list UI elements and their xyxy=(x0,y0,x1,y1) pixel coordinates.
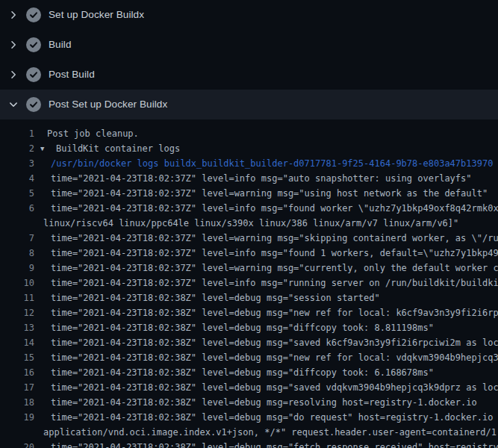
step-header-set-up-docker-buildx[interactable]: Set up Docker Buildx xyxy=(0,0,498,30)
log-line: 20 time="2021-04-23T18:02:38Z" level=deb… xyxy=(0,440,498,448)
log-line: 12 time="2021-04-23T18:02:38Z" level=deb… xyxy=(0,305,498,320)
log-line-text: time="2021-04-23T18:02:37Z" level=warnin… xyxy=(51,261,498,276)
log-output: 1 Post job cleanup. 2 ▼BuildKit containe… xyxy=(0,119,498,448)
log-line: 6 time="2021-04-23T18:02:37Z" level=info… xyxy=(0,201,498,216)
log-line-text: time="2021-04-23T18:02:37Z" level=info m… xyxy=(51,171,472,186)
log-line: 8 time="2021-04-23T18:02:37Z" level=info… xyxy=(0,246,498,261)
step-title: Post Build xyxy=(49,67,95,82)
log-line-number[interactable]: 12 xyxy=(0,305,34,320)
log-line-number[interactable]: 13 xyxy=(0,320,34,335)
group-expanded-icon[interactable]: ▼ xyxy=(40,141,56,156)
log-line-number[interactable]: 14 xyxy=(0,335,34,350)
log-line-number[interactable]: 19 xyxy=(0,410,34,425)
log-line: 15 time="2021-04-23T18:02:38Z" level=deb… xyxy=(0,350,498,365)
log-line-text: time="2021-04-23T18:02:38Z" level=debug … xyxy=(51,335,498,350)
log-line-text: time="2021-04-23T18:02:37Z" level=info m… xyxy=(51,201,498,216)
log-line-number[interactable]: 18 xyxy=(0,395,34,410)
log-line: 10 time="2021-04-23T18:02:37Z" level=inf… xyxy=(0,276,498,290)
log-line-number[interactable] xyxy=(0,425,34,440)
log-line: 5 time="2021-04-23T18:02:37Z" level=warn… xyxy=(0,186,498,201)
log-line-number[interactable]: 5 xyxy=(0,186,34,201)
log-line-number[interactable]: 15 xyxy=(0,350,34,365)
log-line: linux/riscv64 linux/ppc64le linux/s390x … xyxy=(0,216,498,231)
log-line: 18 time="2021-04-23T18:02:38Z" level=deb… xyxy=(0,395,498,410)
log-line-number[interactable]: 3 xyxy=(0,156,34,171)
log-line-text: linux/riscv64 linux/ppc64le linux/s390x … xyxy=(43,216,458,231)
log-line: application/vnd.oci.image.index.v1+json,… xyxy=(0,425,498,440)
step-title: Build xyxy=(49,37,72,52)
log-line: 9 time="2021-04-23T18:02:37Z" level=warn… xyxy=(0,261,498,276)
step-header-post-build[interactable]: Post Build xyxy=(0,60,498,90)
check-circle-icon xyxy=(26,67,41,82)
chevron-right-icon xyxy=(7,39,19,51)
log-line-text: time="2021-04-23T18:02:38Z" level=debug … xyxy=(51,410,498,425)
check-circle-icon xyxy=(26,7,41,22)
log-line-number[interactable]: 7 xyxy=(0,231,34,246)
group-label[interactable]: BuildKit container logs xyxy=(56,143,180,154)
log-line: 4 time="2021-04-23T18:02:37Z" level=info… xyxy=(0,171,498,186)
log-line-text: time="2021-04-23T18:02:38Z" level=debug … xyxy=(51,440,498,448)
log-line-text: time="2021-04-23T18:02:38Z" level=debug … xyxy=(51,380,498,395)
step-header-post-set-up-docker-buildx[interactable]: Post Set up Docker Buildx xyxy=(0,90,498,119)
log-line-text: time="2021-04-23T18:02:37Z" level=info m… xyxy=(51,276,498,290)
log-line-text: time="2021-04-23T18:02:38Z" level=debug … xyxy=(51,350,498,365)
log-line: 19 time="2021-04-23T18:02:38Z" level=deb… xyxy=(0,410,498,425)
log-line: 11 time="2021-04-23T18:02:38Z" level=deb… xyxy=(0,290,498,305)
log-line-text: time="2021-04-23T18:02:37Z" level=info m… xyxy=(51,246,498,261)
chevron-down-icon xyxy=(7,99,19,111)
log-line: 7 time="2021-04-23T18:02:37Z" level=warn… xyxy=(0,231,498,246)
log-line-number[interactable]: 1 xyxy=(0,126,34,141)
log-line: 17 time="2021-04-23T18:02:38Z" level=deb… xyxy=(0,380,498,395)
log-line: 16 time="2021-04-23T18:02:38Z" level=deb… xyxy=(0,365,498,380)
log-line-number[interactable] xyxy=(0,216,34,231)
log-line-number[interactable]: 11 xyxy=(0,290,34,305)
log-line-number[interactable]: 17 xyxy=(0,380,34,395)
log-line-text: ▼BuildKit container logs xyxy=(40,141,180,156)
step-title: Post Set up Docker Buildx xyxy=(49,97,167,112)
chevron-right-icon xyxy=(7,9,19,21)
chevron-right-icon xyxy=(7,69,19,81)
command-text: /usr/bin/docker logs buildx_buildkit_bui… xyxy=(51,156,493,171)
log-line-number[interactable]: 10 xyxy=(0,276,34,290)
log-line-text: time="2021-04-23T18:02:37Z" level=warnin… xyxy=(51,186,488,201)
log-line-text: application/vnd.oci.image.index.v1+json,… xyxy=(43,425,498,440)
log-line: 14 time="2021-04-23T18:02:38Z" level=deb… xyxy=(0,335,498,350)
log-line-number[interactable]: 20 xyxy=(0,440,34,448)
log-line-number[interactable]: 2 xyxy=(0,141,34,156)
log-line-number[interactable]: 16 xyxy=(0,365,34,380)
check-circle-icon xyxy=(26,37,41,52)
log-line-text: time="2021-04-23T18:02:37Z" level=warnin… xyxy=(51,231,498,246)
log-line: 3 /usr/bin/docker logs buildx_buildkit_b… xyxy=(0,156,498,171)
log-line-number[interactable]: 8 xyxy=(0,246,34,261)
actions-log-viewer: Set up Docker Buildx Build xyxy=(0,0,498,448)
step-header-build[interactable]: Build xyxy=(0,30,498,60)
check-circle-icon xyxy=(26,97,41,112)
log-line: 13 time="2021-04-23T18:02:38Z" level=deb… xyxy=(0,320,498,335)
log-line-text: time="2021-04-23T18:02:38Z" level=debug … xyxy=(51,395,477,410)
log-line: 2 ▼BuildKit container logs xyxy=(0,141,498,156)
log-line-text: Post job cleanup. xyxy=(47,126,139,141)
log-line-number[interactable]: 9 xyxy=(0,261,34,276)
log-line-text: time="2021-04-23T18:02:38Z" level=debug … xyxy=(51,305,498,320)
step-title: Set up Docker Buildx xyxy=(49,7,144,22)
log-line-number[interactable]: 4 xyxy=(0,171,34,186)
log-line-text: time="2021-04-23T18:02:38Z" level=debug … xyxy=(51,320,434,335)
log-line-text: time="2021-04-23T18:02:38Z" level=debug … xyxy=(51,365,434,380)
step-list: Set up Docker Buildx Build xyxy=(0,0,498,119)
log-line-text: time="2021-04-23T18:02:38Z" level=debug … xyxy=(51,290,380,305)
log-line-number[interactable]: 6 xyxy=(0,201,34,216)
log-line: 1 Post job cleanup. xyxy=(0,126,498,141)
